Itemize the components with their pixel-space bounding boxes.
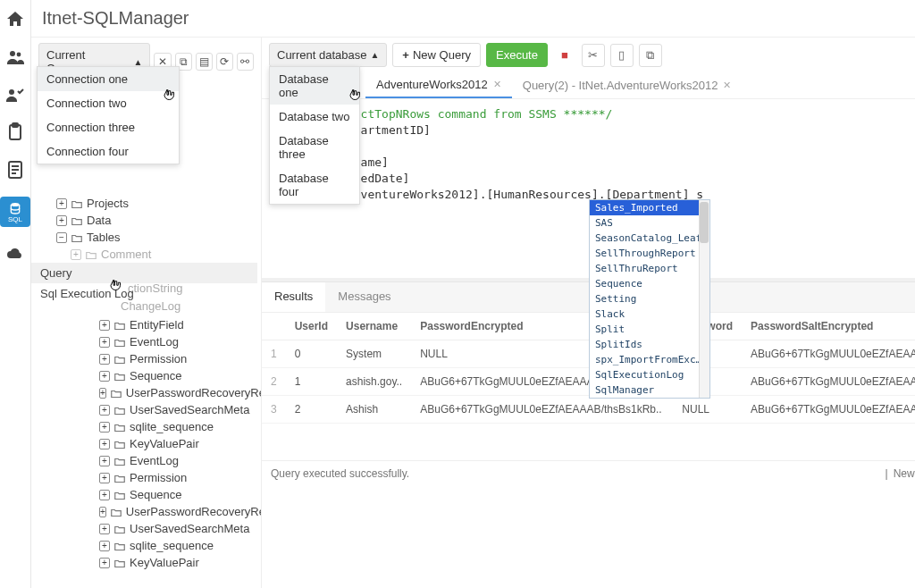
- tree-node[interactable]: +Comment: [40, 246, 257, 263]
- tree-label: Comment: [101, 248, 151, 261]
- folder-icon: [113, 337, 126, 347]
- cursor-icon: [108, 278, 124, 294]
- database-item[interactable]: Database three: [270, 129, 359, 166]
- connection-item[interactable]: Connection two: [38, 91, 179, 115]
- tree-table-node[interactable]: +Permission: [40, 350, 257, 367]
- col-header[interactable]: Username: [337, 313, 411, 340]
- col-header[interactable]: PasswordSaltEncrypted: [742, 313, 915, 340]
- connection-item[interactable]: Connection four: [38, 139, 179, 164]
- tree-table-node[interactable]: +EntityField: [40, 316, 257, 333]
- database-dropdown[interactable]: Current database: [269, 43, 387, 67]
- link-icon[interactable]: ⚯: [237, 53, 254, 71]
- col-header[interactable]: UserId: [286, 313, 337, 340]
- stop-icon[interactable]: ■: [553, 44, 576, 67]
- results-tab[interactable]: Results: [262, 282, 325, 312]
- svg-point-1: [17, 53, 21, 57]
- folder-icon: [71, 215, 83, 225]
- tree-table-node[interactable]: +Sequence: [40, 367, 257, 384]
- tree-table-node[interactable]: +EventLog: [40, 452, 257, 469]
- close-icon[interactable]: ✕: [723, 80, 731, 91]
- folder-icon: [113, 405, 126, 415]
- nav-clipboard-icon[interactable]: [4, 122, 26, 143]
- intellisense-item[interactable]: Sales_Imported: [590, 200, 709, 215]
- database-item[interactable]: Database four: [270, 166, 359, 204]
- intellisense-item[interactable]: Slack: [590, 307, 709, 322]
- tree-table-node[interactable]: +sqlite_sequence: [40, 418, 257, 435]
- intellisense-item[interactable]: Split: [590, 322, 709, 337]
- tree-table-node[interactable]: +UserSavedSearchMeta: [40, 520, 257, 537]
- tree-label: EventLog: [130, 335, 179, 349]
- tree-label: UserPasswordRecoveryRequest: [126, 505, 261, 518]
- query-tab[interactable]: AdventureWorks2012✕: [365, 72, 512, 98]
- folder-icon: [113, 541, 126, 550]
- intellisense-item[interactable]: SAS: [590, 215, 709, 231]
- nav-sql-icon[interactable]: SQL: [0, 197, 30, 227]
- nav-users-icon[interactable]: [4, 46, 26, 68]
- intellisense-item[interactable]: SplitIds: [590, 337, 709, 352]
- tree-table-node[interactable]: +sqlite_sequence: [40, 537, 257, 554]
- execute-button[interactable]: Execute: [486, 43, 548, 67]
- database-dropdown-list: Database one Database two Database three…: [269, 66, 360, 205]
- intellisense-item[interactable]: spx_ImportFromExcel07: [590, 352, 709, 367]
- intellisense-popup[interactable]: Sales_ImportedSASSeasonCatalog_LeafSellT…: [589, 199, 710, 399]
- tree-table-node[interactable]: +UserSavedSearchMeta: [40, 401, 257, 418]
- tree-label: KeyValuePair: [130, 437, 199, 450]
- intellisense-item[interactable]: Setting: [590, 291, 709, 307]
- tool-icon[interactable]: ✂: [582, 44, 605, 67]
- database-item[interactable]: Database two: [270, 105, 359, 129]
- tree-node[interactable]: +Data: [40, 212, 257, 229]
- tree-table-node[interactable]: +KeyValuePair: [40, 554, 257, 571]
- tool-icon[interactable]: ⧉: [639, 44, 662, 67]
- intellisense-item[interactable]: Sequence: [590, 276, 709, 291]
- button-label: New Query: [413, 48, 471, 62]
- nav-group-icon[interactable]: [4, 84, 26, 105]
- tool-icon[interactable]: ▯: [610, 44, 634, 67]
- refresh-icon[interactable]: ⟳: [216, 53, 233, 71]
- table-row[interactable]: 3 2 Ashish ABuG6+67TkGgMUUL0eEZfAEAAAB/t…: [262, 396, 915, 424]
- paste-icon[interactable]: ▤: [196, 53, 213, 71]
- sidebar-item-sqllog[interactable]: Sql Execution Log ctionString ChangeLog: [31, 283, 257, 304]
- scrollbar-thumb[interactable]: [700, 202, 709, 243]
- connection-dropdown-list: Connection one Connection two Connection…: [37, 66, 180, 164]
- intellisense-item[interactable]: SqlManager: [590, 382, 709, 398]
- tree-label: ChangeLog: [121, 299, 180, 313]
- folder-icon: [71, 232, 83, 242]
- tree-table-node[interactable]: +Sequence: [40, 486, 257, 503]
- nav-doc-icon[interactable]: [4, 159, 26, 181]
- database-dropdown-label: Current database: [277, 48, 366, 62]
- intellisense-item[interactable]: SqlExecutionLog: [590, 367, 709, 382]
- tab-label: Query(2) - ItNet.AdventureWorks2012: [523, 79, 718, 92]
- folder-icon: [71, 198, 83, 208]
- tree-node[interactable]: +Projects: [40, 195, 257, 212]
- messages-tab[interactable]: Messages: [325, 282, 403, 312]
- connection-item[interactable]: Connection three: [38, 115, 179, 139]
- intellisense-item[interactable]: SellThroughReport: [590, 246, 709, 261]
- intellisense-item[interactable]: SeasonCatalog_Leaf: [590, 231, 709, 246]
- new-query-button[interactable]: +New Query: [392, 43, 481, 67]
- tree-label: Data: [87, 214, 111, 227]
- caret-up-icon: [370, 50, 379, 60]
- tree-table-node[interactable]: +UserPasswordRecoveryRequest: [40, 503, 257, 520]
- tree-table-node[interactable]: +EventLog: [40, 333, 257, 350]
- folder-icon: [113, 439, 126, 449]
- folder-icon: [110, 388, 122, 398]
- tree-table-node[interactable]: +KeyValuePair: [40, 435, 257, 452]
- folder-icon: [113, 558, 126, 567]
- database-item[interactable]: Database one: [270, 67, 359, 105]
- tree-label: UserSavedSearchMeta: [130, 522, 249, 535]
- folder-icon: [85, 249, 97, 259]
- sidebar-item-query[interactable]: Query: [31, 263, 257, 283]
- svg-point-9: [11, 203, 19, 206]
- scrollbar[interactable]: [699, 200, 709, 398]
- tree-node[interactable]: −Tables: [40, 229, 257, 246]
- nav-cloud-icon[interactable]: [4, 243, 26, 265]
- close-icon[interactable]: ✕: [493, 79, 501, 90]
- query-tab[interactable]: Query(2) - ItNet.AdventureWorks2012✕: [512, 72, 743, 98]
- intellisense-item[interactable]: SellThruReport: [590, 261, 709, 276]
- nav-sql-label: SQL: [8, 215, 22, 223]
- tree-table-node[interactable]: +UserPasswordRecoveryRequest: [40, 384, 257, 401]
- cursor-icon: [162, 88, 178, 104]
- tree-table-node[interactable]: +Permission: [40, 469, 257, 486]
- nav-home-icon[interactable]: [4, 9, 26, 30]
- connection-item[interactable]: Connection one: [38, 67, 179, 91]
